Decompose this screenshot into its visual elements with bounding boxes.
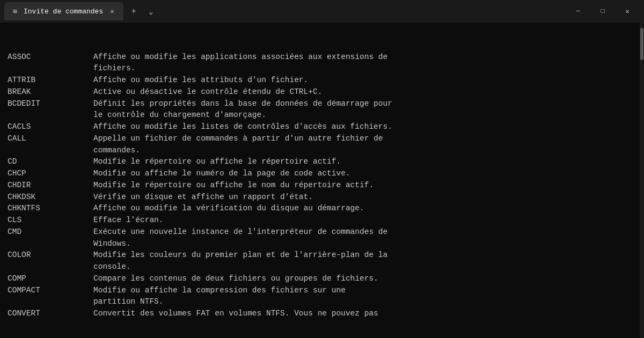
command-description: Modifie le répertoire ou affiche le nom …: [93, 180, 636, 192]
command-description: Appelle un fichier de commandes à partir…: [93, 133, 636, 145]
command-description: Exécute une nouvelle instance de l'inter…: [93, 226, 636, 238]
table-row-continuation: console.: [8, 261, 636, 273]
command-description: Vérifie un disque et affiche un rapport …: [93, 192, 636, 203]
command-description: Affiche ou modifie les applications asso…: [93, 52, 636, 63]
tab-area: ⊞ Invite de commandes ✕ + ⌄: [4, 2, 566, 20]
maximize-button[interactable]: □: [590, 3, 615, 20]
table-row: COLORModifie les couleurs du premier pla…: [8, 249, 636, 261]
terminal-icon: ⊞: [11, 7, 19, 16]
dropdown-button[interactable]: ⌄: [143, 3, 159, 19]
window-controls: ─ □ ✕: [566, 3, 640, 20]
table-row: CLSEfface l'écran.: [8, 215, 636, 226]
title-bar: ⊞ Invite de commandes ✕ + ⌄ ─ □ ✕: [0, 0, 644, 23]
scrollbar[interactable]: [640, 23, 644, 338]
table-row: CMDExécute une nouvelle instance de l'in…: [8, 226, 636, 238]
table-row-continuation: partition NTFS.: [8, 296, 636, 308]
close-tab-button[interactable]: ✕: [107, 6, 117, 16]
table-row: ASSOCAffiche ou modifie les applications…: [8, 52, 636, 63]
command-description-continuation: Windows.: [93, 238, 636, 250]
command-name: COLOR: [8, 249, 93, 261]
command-name: CD: [8, 156, 93, 168]
scrollbar-thumb[interactable]: [640, 28, 643, 60]
table-row-continuation: fichiers.: [8, 63, 636, 75]
active-tab[interactable]: ⊞ Invite de commandes ✕: [4, 2, 123, 20]
command-name: CHKNTFS: [8, 203, 93, 215]
table-row: CHKNTFSAffiche ou modifie la vérificatio…: [8, 203, 636, 215]
command-name: ASSOC: [8, 52, 93, 63]
close-window-button[interactable]: ✕: [615, 3, 640, 20]
command-name: CACLS: [8, 121, 93, 133]
command-name: CLS: [8, 215, 93, 226]
table-row: CDModifie le répertoire ou affiche le ré…: [8, 156, 636, 168]
command-description-continuation: console.: [93, 261, 636, 273]
table-row-continuation: Windows.: [8, 238, 636, 250]
command-description: Modifie ou affiche le numéro de la page …: [93, 168, 636, 180]
table-row: COMPCompare les contenus de deux fichier…: [8, 273, 636, 285]
command-name: CMD: [8, 226, 93, 238]
command-description: Affiche ou modifie la vérification du di…: [93, 203, 636, 215]
table-row: CHDIRModifie le répertoire ou affiche le…: [8, 180, 636, 192]
command-description-continuation: partition NTFS.: [93, 296, 636, 308]
tab-actions: + ⌄: [126, 3, 159, 19]
table-row: CHCPModifie ou affiche le numéro de la p…: [8, 168, 636, 180]
table-row: ATTRIBAffiche ou modifie les attributs d…: [8, 75, 636, 86]
table-row-continuation: le contrôle du chargement d'amorçage.: [8, 109, 636, 121]
command-description: Modifie le répertoire ou affiche le répe…: [93, 156, 636, 168]
command-description: Affiche ou modifie les listes de contrôl…: [93, 121, 636, 133]
table-row: COMPACTModifie ou affiche la compression…: [8, 285, 636, 297]
command-name: CHDIR: [8, 180, 93, 192]
command-description-continuation: le contrôle du chargement d'amorçage.: [93, 109, 636, 121]
command-description: Efface l'écran.: [93, 215, 636, 226]
command-name: BCDEDIT: [8, 98, 93, 110]
table-row: CHKDSKVérifie un disque et affiche un ra…: [8, 192, 636, 203]
table-row: CALLAppelle un fichier de commandes à pa…: [8, 133, 636, 145]
command-description: Compare les contenus de deux fichiers ou…: [93, 273, 636, 285]
table-row: BCDEDITDéfinit les propriétés dans la ba…: [8, 98, 636, 110]
command-name: COMPACT: [8, 285, 93, 297]
command-description: Active ou désactive le contrôle étendu d…: [93, 86, 636, 98]
table-row: BREAKActive ou désactive le contrôle éte…: [8, 86, 636, 98]
command-description: Affiche ou modifie les attributs d'un fi…: [93, 75, 636, 86]
command-description-continuation: commandes.: [93, 145, 636, 157]
tab-label: Invite de commandes: [24, 8, 103, 16]
command-description: Modifie ou affiche la compression des fi…: [93, 285, 636, 297]
command-description-continuation: fichiers.: [93, 63, 636, 75]
table-row: CACLSAffiche ou modifie les listes de co…: [8, 121, 636, 133]
command-name: BREAK: [8, 86, 93, 98]
command-name: CONVERT: [8, 308, 93, 320]
table-row: CONVERTConvertit des volumes FAT en volu…: [8, 308, 636, 320]
command-description: Modifie les couleurs du premier plan et …: [93, 249, 636, 261]
command-name: COMP: [8, 273, 93, 285]
command-description: Définit les propriétés dans la base de d…: [93, 98, 636, 110]
terminal-output: ASSOCAffiche ou modifie les applications…: [0, 23, 644, 338]
command-name: CHCP: [8, 168, 93, 180]
new-tab-button[interactable]: +: [126, 3, 142, 19]
table-row-continuation: commandes.: [8, 145, 636, 157]
command-description: Convertit des volumes FAT en volumes NTF…: [93, 308, 636, 320]
command-name: CALL: [8, 133, 93, 145]
command-name: ATTRIB: [8, 75, 93, 86]
minimize-button[interactable]: ─: [566, 3, 590, 20]
command-name: CHKDSK: [8, 192, 93, 203]
